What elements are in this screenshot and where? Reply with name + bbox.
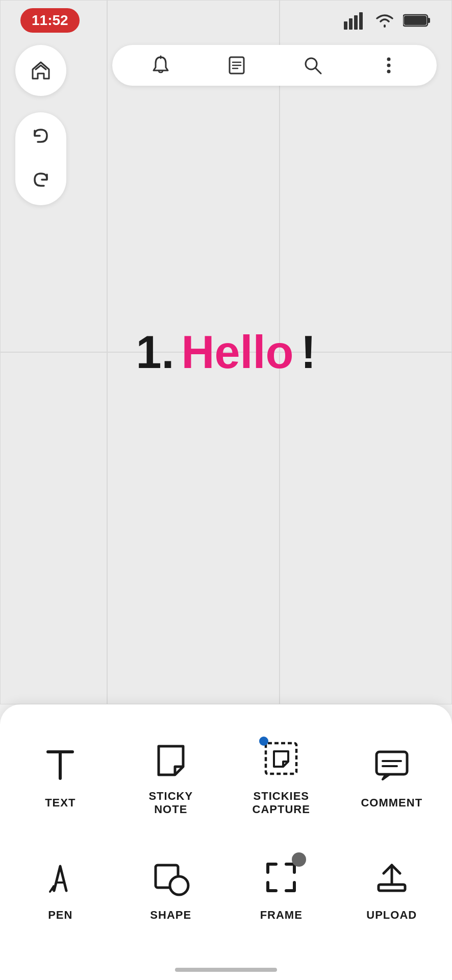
- document-icon: [225, 54, 248, 77]
- svg-rect-2: [354, 15, 358, 30]
- tool-stickies-capture[interactable]: STICKIESCAPTURE: [231, 725, 332, 827]
- stickies-capture-dot: [259, 737, 268, 746]
- tools-grid: TEXT STICKYNOTE: [10, 725, 442, 939]
- upload-icon: [369, 854, 415, 900]
- search-button[interactable]: [298, 51, 327, 80]
- svg-rect-0: [344, 21, 347, 30]
- svg-rect-19: [266, 743, 296, 774]
- tool-frame[interactable]: FRAME: [231, 837, 332, 939]
- tool-comment[interactable]: COMMENT: [342, 725, 442, 827]
- bottom-toolbar: TEXT STICKYNOTE: [0, 704, 452, 980]
- comment-label: COMMENT: [361, 796, 422, 810]
- frame-dot: [292, 852, 306, 867]
- svg-rect-6: [404, 16, 426, 25]
- text-suffix: !: [301, 326, 316, 379]
- top-toolbar: [112, 45, 437, 86]
- home-icon: [29, 58, 53, 83]
- main-text: 1. Hello!: [136, 326, 316, 379]
- signal-icon: [344, 11, 366, 30]
- redo-icon: [29, 168, 53, 193]
- text-tool-icon: [37, 742, 83, 788]
- frame-icon: [258, 854, 304, 900]
- document-button[interactable]: [222, 51, 251, 80]
- svg-rect-3: [359, 12, 363, 30]
- tool-text[interactable]: TEXT: [10, 725, 111, 827]
- canvas-content: 1. Hello!: [0, 0, 452, 704]
- undo-icon: [29, 125, 53, 149]
- home-button[interactable]: [15, 45, 66, 96]
- undo-redo-panel: [15, 112, 66, 205]
- status-icons: [344, 11, 432, 30]
- more-icon: [378, 54, 400, 77]
- stickies-capture-label: STICKIESCAPTURE: [253, 790, 310, 817]
- svg-point-14: [387, 58, 390, 61]
- wifi-icon: [373, 11, 396, 30]
- svg-point-16: [387, 70, 390, 74]
- svg-rect-1: [349, 18, 353, 30]
- tool-pen[interactable]: PEN: [10, 837, 111, 939]
- tool-sticky-note[interactable]: STICKYNOTE: [121, 725, 221, 827]
- notification-button[interactable]: [146, 51, 175, 80]
- search-icon: [302, 54, 324, 77]
- tool-upload[interactable]: UPLOAD: [342, 837, 442, 939]
- tool-shape[interactable]: SHAPE: [121, 837, 221, 939]
- text-prefix: 1.: [136, 326, 174, 379]
- redo-button[interactable]: [27, 166, 55, 195]
- notification-icon: [149, 54, 172, 77]
- sticky-note-label: STICKYNOTE: [148, 790, 193, 817]
- upload-label: UPLOAD: [366, 909, 417, 922]
- status-bar: 11:52: [0, 0, 452, 41]
- pen-icon: [37, 854, 83, 900]
- svg-point-15: [387, 64, 390, 67]
- shape-icon: [148, 854, 194, 900]
- home-indicator: [175, 968, 277, 972]
- canvas-area: 1. Hello!: [0, 0, 452, 704]
- svg-rect-20: [376, 752, 407, 774]
- status-time: 11:52: [20, 8, 80, 33]
- comment-icon: [369, 742, 415, 788]
- svg-rect-5: [428, 18, 430, 23]
- sticky-note-icon: [148, 736, 194, 781]
- svg-rect-26: [379, 885, 405, 891]
- svg-point-25: [170, 876, 188, 895]
- svg-line-13: [315, 68, 321, 74]
- undo-button[interactable]: [27, 122, 55, 151]
- text-hello: Hello: [182, 326, 294, 379]
- frame-label: FRAME: [260, 909, 303, 922]
- battery-icon: [403, 13, 432, 28]
- text-tool-label: TEXT: [45, 796, 76, 810]
- shape-label: SHAPE: [150, 909, 191, 922]
- pen-label: PEN: [48, 909, 72, 922]
- stickies-capture-icon: [258, 736, 304, 781]
- more-options-button[interactable]: [374, 51, 403, 80]
